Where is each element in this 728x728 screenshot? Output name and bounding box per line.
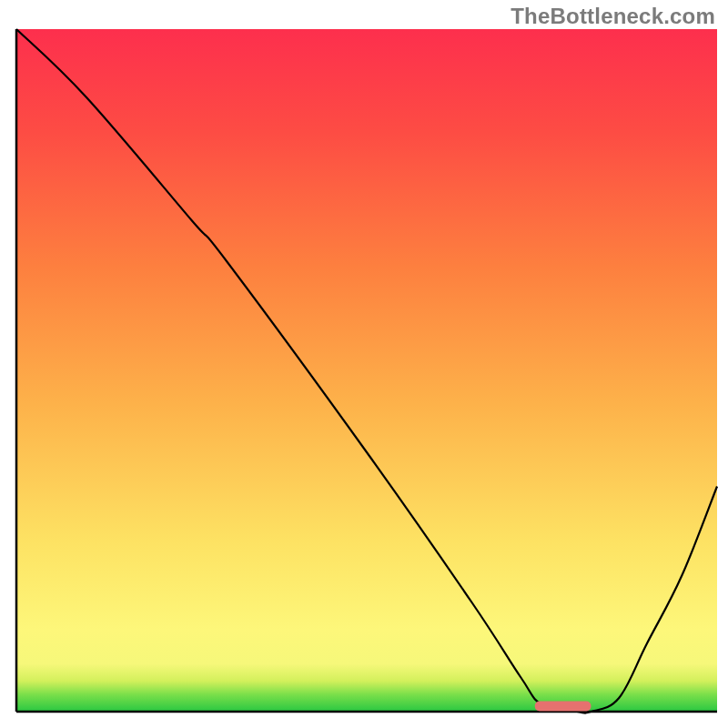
chart-container: TheBottleneck.com	[0, 0, 728, 728]
optimal-marker	[535, 702, 592, 712]
plot-background	[16, 29, 717, 712]
bottleneck-chart	[0, 0, 728, 728]
